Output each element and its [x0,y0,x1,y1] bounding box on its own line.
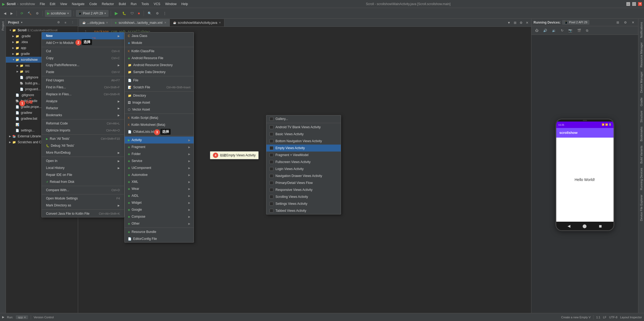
toolbar-build[interactable]: 🔨 [26,10,33,17]
minimize-button[interactable]: ─ [626,2,630,6]
nav-back-btn[interactable]: ◀ [568,224,570,228]
lf-label[interactable]: LF [603,316,607,319]
ctx-analyze[interactable]: Analyze [42,98,124,105]
device-screenshot[interactable]: 📷 [567,28,574,33]
menu-run[interactable]: Run [129,2,139,6]
sub-automotive[interactable]: ◈ Automotive ▶ [125,171,194,178]
sub-module[interactable]: ◈ Module [125,39,194,46]
ctx-open-in[interactable]: Open In [42,157,124,164]
ctx-reformat[interactable]: Reformat Code Ctrl+Alt+L [42,120,124,127]
debug-button[interactable]: 🐛 [121,10,128,17]
ctx-mark-dir[interactable]: Mark Directory as [42,202,124,209]
act-empty-views[interactable]: Empty Views Activity [266,145,341,152]
editor-tab-3[interactable]: ☕ scrollshow\MainActivity.java ✕ [170,19,225,27]
run-button[interactable]: ▶ [113,10,120,17]
act-bottom-nav[interactable]: Bottom Navigation Views Activity [266,138,341,145]
app-badge[interactable]: app ✕ [16,315,28,319]
menu-file[interactable]: File [38,2,47,6]
run-config-dropdown[interactable]: ▶ scrollshow ▼ [45,10,71,17]
act-fragment-vm[interactable]: Fragment + ViewModel [266,152,341,158]
ctx-local-history[interactable]: Local History [42,164,124,171]
sub-service[interactable]: ◈ Service ▶ [125,157,194,164]
toolbar-sync[interactable]: ⟳ [19,10,25,17]
sub-kotlin-script[interactable]: K Kotlin Script (Beta) [125,114,194,121]
more-toolbar[interactable]: ⋮ [162,10,168,17]
device-manager-tab[interactable]: Device Manager [639,69,643,95]
search-toolbar[interactable]: 🔍 [146,10,153,17]
sub-file[interactable]: 📄 File [125,77,194,84]
resource-manager-tab[interactable]: Resource Manager [639,40,643,70]
sub-sample-data[interactable]: 📁 Sample Data Directory [125,69,194,75]
sub-activity[interactable]: ▶ Activity ▶ [125,137,194,143]
close-button[interactable]: ✕ [638,2,642,6]
sub-android-res-file[interactable]: ◈ Android Resource File [125,55,194,62]
sub-android-res-dir[interactable]: 📁 Android Resource Directory [125,62,194,69]
device-rotate[interactable]: ↻ [559,28,565,33]
menu-window[interactable]: Window [163,2,179,6]
device-screen-record[interactable]: 🎬 [576,28,583,33]
sub-vector-asset[interactable]: ⬡ Vector Asset [125,106,194,113]
menu-build[interactable]: Build [117,2,128,6]
tab-split[interactable]: ⊞ [512,19,518,26]
nav-home-btn[interactable]: ⬤ [582,224,587,228]
menu-tools[interactable]: Tools [139,2,151,6]
gradle-tab[interactable]: Gradle [639,95,643,108]
bookmarks-tab[interactable]: Bookmarks [639,124,643,143]
nav-recent-btn[interactable]: ◼ [599,224,602,228]
sub-fragment[interactable]: ◈ Fragment ▶ [125,143,194,150]
ctx-module-settings[interactable]: Open Module Settings F4 [42,195,124,202]
ctx-debug-tests[interactable]: 🐛 Debug 'All Tests' [42,142,124,149]
ctx-refactor[interactable]: Refactor [42,105,124,112]
device-fold[interactable]: ⧉ [584,28,590,33]
act-login[interactable]: Login Views Activity [266,165,341,172]
project-tab[interactable]: Project [1,20,5,32]
ctx-compare[interactable]: Compare With... Ctrl+D [42,187,124,194]
device-settings[interactable]: ⚙ [622,20,628,25]
toolbar-back[interactable]: ◀ [2,10,8,17]
sub-editorconfig[interactable]: 📄 EditorConfig File [125,235,194,242]
build-variants-tab[interactable]: Build Variants [639,143,643,166]
sub-image-asset[interactable]: 🖼 Image Asset [125,99,194,106]
act-responsive[interactable]: Responsive Views Activity [266,186,341,193]
device-vol-dn[interactable]: 🔉 [550,28,558,33]
act-settings[interactable]: Settings Views Activity [266,200,341,207]
act-gallery[interactable]: Gallery... [266,115,341,122]
sub-folder[interactable]: ◈ Folder ▶ [125,150,194,157]
ctx-replace[interactable]: Replace in Files... Ctrl+Shift+R [42,91,124,98]
ctx-run-tests[interactable]: ▶ Run 'All Tests' Ctrl+Shift+F10 [42,135,124,142]
toolbar-settings[interactable]: ⚙ [34,10,40,17]
act-android-tv[interactable]: Android TV Blank Views Activity [266,124,341,131]
notifications-tab[interactable]: Notifications [639,20,643,40]
tab1-close[interactable]: ✕ [106,21,108,24]
ctx-repair[interactable]: Repair IDE on File [42,171,124,178]
device-close[interactable]: ✕ [630,20,636,25]
stop-button[interactable]: ■ [136,10,141,17]
tab-close-all[interactable]: ✕ [524,19,530,26]
toolbar-forward[interactable]: ▶ [9,10,14,17]
sub-compose[interactable]: ◈ Compose ▶ [125,213,194,220]
menu-vcs[interactable]: VCS [152,2,163,6]
sub-wear[interactable]: ◈ Wear ▶ [125,185,194,192]
device-vol-up[interactable]: 🔊 [542,28,549,33]
act-basic-views[interactable]: Basic Views Activity [266,131,341,138]
sub-other[interactable]: ◈ Other ▶ [125,220,194,227]
version-control-btn[interactable]: Version Control [34,316,54,319]
sub-uicomponent[interactable]: ◈ UiComponent ▶ [125,164,194,171]
sub-resource-bundle[interactable]: ◈ Resource Bundle [125,228,194,235]
project-more[interactable]: ⋮ [70,20,76,25]
ctx-more-run[interactable]: More Run/Debug [42,149,124,156]
structure-tab[interactable]: Structure [639,108,643,125]
ctx-paste[interactable]: Paste Ctrl+V [42,69,124,75]
ctx-new[interactable]: New [42,32,124,39]
ctx-cut[interactable]: Cut Ctrl+X [42,48,124,55]
ctx-optimize[interactable]: Optimize Imports Ctrl+Alt+O [42,127,124,134]
create-empty-label[interactable]: Create a new Empty V [561,316,591,319]
menu-code[interactable]: Code [87,2,99,6]
running-devices-tab[interactable]: Running Devices [639,166,643,192]
encoding-label[interactable]: UTF-8 [609,316,617,319]
coverage-button[interactable]: 🛡 [129,10,135,17]
sub-aidl[interactable]: ◈ AIDL ▶ [125,192,194,199]
ctx-find-files[interactable]: Find in Files... Ctrl+Shift+F [42,84,124,91]
tab-overflow[interactable]: ▼ [506,19,512,26]
menu-help[interactable]: Help [179,2,190,6]
